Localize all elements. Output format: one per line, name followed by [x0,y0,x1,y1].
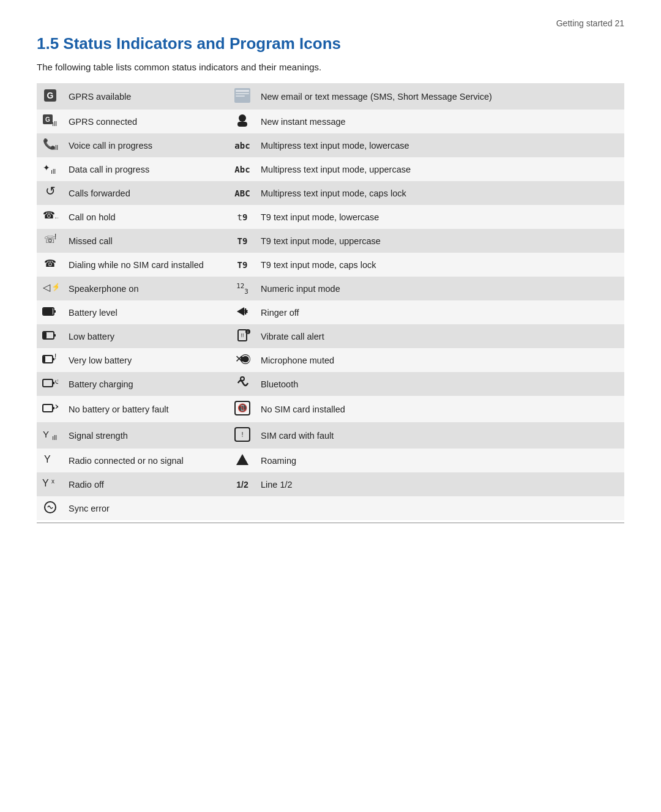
left-icon-cell [37,300,64,324]
svg-text:!!: !! [241,332,244,338]
right-label: Multipress text input mode, caps lock [256,181,624,205]
right-icon-cell: T9 [229,229,256,253]
table-row: ☎…Call on holdt9T9 text input mode, lowe… [37,205,624,229]
right-icon-cell [229,496,256,520]
right-label: Vibrate call alert [256,324,624,348]
svg-text:G: G [45,116,50,123]
right-icon-cell [229,300,256,324]
svg-text:x: x [51,478,54,485]
left-label: No battery or battery fault [64,396,211,422]
table-row: Sync error [37,496,624,520]
separator [211,253,229,277]
svg-text:Y: Y [43,429,49,439]
right-icon-cell: 📵 [229,396,256,422]
svg-point-46 [241,377,244,381]
table-row: ☎Dialing while no SIM card installedT9T9… [37,253,624,277]
left-icon-cell: ☎ [37,253,64,277]
right-icon-cell [229,110,256,133]
separator [211,277,229,300]
left-label: Battery level [64,300,211,324]
svg-text:↺: ↺ [54,378,58,386]
left-label: Call on hold [64,205,211,229]
svg-text:⚡: ⚡ [51,281,58,292]
right-label: No SIM card installed [256,396,624,422]
left-label: Sync error [64,496,211,520]
separator [211,472,229,496]
left-label: Very low battery [64,348,211,372]
left-icon-cell: ✕ [37,396,64,422]
svg-rect-10 [237,122,247,127]
left-label: Missed call [64,229,211,253]
svg-text:Y: Y [42,478,49,488]
table-row: 📞ıllVoice call in progressabcMultipress … [37,133,624,157]
right-label: Microphone muted [256,348,624,372]
right-label: Roaming [256,449,624,472]
svg-text:ıll: ıll [51,168,56,175]
indicators-table: GGPRS availableNew email or text message… [37,83,624,520]
left-icon-cell: Yx [37,472,64,496]
svg-text:☎: ☎ [44,258,56,269]
right-label: T9 text input mode, lowercase [256,205,624,229]
svg-text:✦: ✦ [43,163,50,173]
separator [211,422,229,449]
separator [211,229,229,253]
table-row: ↺Battery chargingBluetooth [37,372,624,396]
svg-text:✕: ✕ [54,403,58,411]
svg-rect-4 [236,93,249,94]
separator [211,133,229,157]
svg-rect-31 [54,334,56,337]
left-label: Calls forwarded [64,181,211,205]
table-row: ☏!Missed callT9T9 text input mode, upper… [37,229,624,253]
svg-rect-25 [43,308,53,315]
page-header: Getting started 21 [37,18,624,28]
right-icon-cell: ✕ [229,348,256,372]
table-row: ✕No battery or battery fault📵No SIM card… [37,396,624,422]
left-icon-cell: ☏! [37,229,64,253]
right-label: New instant message [256,110,624,133]
right-icon-cell: !!i [229,324,256,348]
left-label: Speakerphone on [64,277,211,300]
left-icon-cell: Yıll [37,422,64,449]
left-icon-cell: 📞ıll [37,133,64,157]
separator [211,396,229,422]
separator [211,496,229,520]
left-label: Radio connected or no signal [64,449,211,472]
table-row: Battery levelRinger off [37,300,624,324]
svg-text:!: ! [241,431,243,438]
table-row: !Very low battery✕Microphone muted [37,348,624,372]
svg-rect-5 [236,95,245,97]
right-icon-cell: t9 [229,205,256,229]
separator [211,300,229,324]
right-icon-cell: 123 [229,277,256,300]
left-label: GPRS connected [64,110,211,133]
left-icon-cell: ↺ [37,181,64,205]
svg-text:☎: ☎ [43,210,55,220]
table-row: GGPRS availableNew email or text message… [37,83,624,110]
right-label: Multipress text input mode, uppercase [256,157,624,181]
right-label: T9 text input mode, uppercase [256,229,624,253]
left-label: Voice call in progress [64,133,211,157]
right-label: SIM card with fault [256,422,624,449]
separator [211,449,229,472]
table-row: Low battery!!iVibrate call alert [37,324,624,348]
separator [211,348,229,372]
right-icon-cell: Abc [229,157,256,181]
intro-text: The following table lists common status … [37,62,624,72]
svg-marker-26 [237,307,244,316]
right-icon-cell [229,83,256,110]
left-icon-cell: Y [37,449,64,472]
svg-rect-32 [43,332,47,338]
left-label: Battery charging [64,372,211,396]
separator [211,324,229,348]
right-icon-cell [229,449,256,472]
left-icon-cell: Gıll [37,110,64,133]
right-label: Line 1/2 [256,472,624,496]
left-label: Radio off [64,472,211,496]
svg-rect-24 [54,310,56,313]
right-icon-cell: abc [229,133,256,157]
separator [211,372,229,396]
left-label: Signal strength [64,422,211,449]
svg-text:ıll: ıll [53,144,58,151]
left-icon-cell: ↺ [37,372,64,396]
section-title: 1.5 Status Indicators and Program Icons [37,34,624,53]
